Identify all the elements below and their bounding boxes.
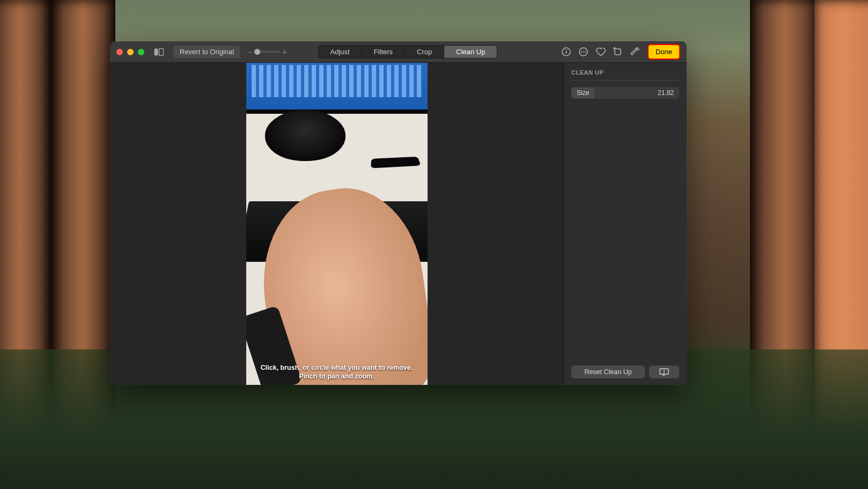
tab-filters[interactable]: Filters bbox=[362, 46, 405, 58]
speech-bubble-icon bbox=[659, 368, 669, 376]
more-options-icon[interactable] bbox=[579, 47, 589, 57]
svg-point-8 bbox=[585, 51, 586, 52]
brush-size-control[interactable]: Size 21.82 bbox=[571, 87, 679, 99]
window-titlebar: Revert to Original − + Adjust Filters Cr… bbox=[110, 41, 687, 63]
svg-point-7 bbox=[583, 51, 584, 52]
brush-size-label: Size bbox=[571, 87, 594, 98]
svg-rect-1 bbox=[159, 48, 164, 55]
zoom-out-button[interactable]: − bbox=[248, 48, 252, 56]
window-controls bbox=[116, 49, 144, 55]
favorite-heart-icon[interactable] bbox=[596, 47, 606, 57]
tab-clean-up[interactable]: Clean Up bbox=[444, 46, 497, 58]
minimize-window-button[interactable] bbox=[127, 49, 134, 55]
svg-rect-9 bbox=[615, 49, 621, 55]
done-button-highlight: Done bbox=[648, 44, 680, 60]
zoom-slider[interactable] bbox=[254, 51, 280, 53]
svg-rect-0 bbox=[155, 48, 158, 55]
reset-cleanup-button[interactable]: Reset Clean Up bbox=[571, 366, 645, 378]
photos-edit-window: Revert to Original − + Adjust Filters Cr… bbox=[110, 41, 687, 385]
brush-size-value: 21.82 bbox=[652, 89, 679, 97]
close-window-button[interactable] bbox=[116, 49, 123, 55]
rotate-icon[interactable] bbox=[613, 47, 623, 57]
tab-crop[interactable]: Crop bbox=[405, 46, 444, 58]
tab-adjust[interactable]: Adjust bbox=[319, 46, 362, 58]
cleanup-sidebar: CLEAN UP Size 21.82 Reset Clean Up bbox=[563, 63, 687, 385]
edit-mode-tabs: Adjust Filters Crop Clean Up bbox=[318, 45, 498, 59]
svg-point-3 bbox=[566, 49, 567, 50]
photo-canvas[interactable]: Click, brush, or circle what you want to… bbox=[110, 63, 563, 385]
sidebar-title: CLEAN UP bbox=[571, 69, 679, 81]
done-button[interactable]: Done bbox=[649, 46, 679, 58]
feedback-button[interactable] bbox=[649, 366, 679, 378]
svg-point-6 bbox=[581, 51, 582, 52]
zoom-slider-thumb[interactable] bbox=[254, 49, 260, 55]
auto-enhance-icon[interactable] bbox=[630, 47, 640, 57]
revert-to-original-button[interactable]: Revert to Original bbox=[173, 46, 240, 58]
edited-photo[interactable]: Click, brush, or circle what you want to… bbox=[246, 63, 428, 385]
fullscreen-window-button[interactable] bbox=[138, 49, 144, 55]
svg-rect-4 bbox=[566, 51, 567, 54]
sidebar-toggle-icon[interactable] bbox=[154, 48, 164, 56]
info-icon[interactable] bbox=[562, 47, 571, 57]
zoom-in-button[interactable]: + bbox=[282, 48, 286, 56]
zoom-controls: − + bbox=[248, 48, 286, 56]
cleanup-hint-text: Click, brush, or circle what you want to… bbox=[251, 363, 423, 381]
